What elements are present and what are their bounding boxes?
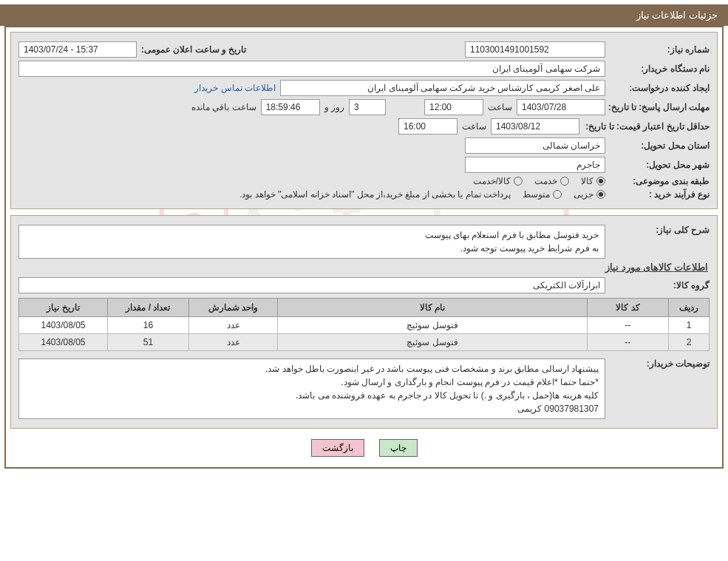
radio-partial[interactable]: جزیی <box>574 189 605 200</box>
label-subject-class: طبقه بندی موضوعی: <box>610 176 710 186</box>
details-panel: شرح کلی نیاز: خرید فتوسل مطابق با فرم اس… <box>10 215 718 429</box>
buyer-notes-line-2: *حتما حتما *اعلام قیمت در فرم پیوست انجا… <box>25 375 599 389</box>
print-button[interactable]: چاپ <box>379 439 418 457</box>
value-province: خراسان شمالی <box>465 137 605 154</box>
value-goods-group: ابزارآلات الکتریکی <box>18 277 605 293</box>
value-reply-time: 12:00 <box>424 99 483 115</box>
buyer-notes-line-1: پیشنهاد ارسالی مطابق برند و مشخصات فنی پ… <box>25 362 599 375</box>
cell-date: 1403/08/05 <box>19 317 108 334</box>
label-general-desc: شرح کلی نیاز: <box>610 225 710 235</box>
value-price-time: 16:00 <box>398 118 457 135</box>
radio-goods-service[interactable]: کالا/خدمت <box>473 176 523 186</box>
value-need-no: 1103001491001592 <box>465 41 605 58</box>
value-days: 3 <box>349 99 386 115</box>
label-need-no: شماره نیاز: <box>610 44 710 55</box>
th-name: نام کالا <box>278 299 588 317</box>
radio-medium-label: متوسط <box>523 189 550 200</box>
value-announce: 1403/07/24 - 15:37 <box>18 41 137 58</box>
radio-goods-service-label: کالا/خدمت <box>473 176 511 186</box>
cell-name: فتوسل سوئیچ <box>278 334 588 351</box>
value-buyer-notes: پیشنهاد ارسالی مطابق برند و مشخصات فنی پ… <box>18 358 605 419</box>
cell-date: 1403/08/05 <box>19 334 108 351</box>
label-requester: ایجاد کننده درخواست: <box>610 83 710 93</box>
label-reply-deadline: مهلت ارسال پاسخ: تا تاریخ: <box>610 102 710 112</box>
cell-unit: عدد <box>189 334 278 351</box>
label-goods-group: گروه کالا: <box>610 280 710 290</box>
label-days-and: روز و <box>324 102 344 112</box>
th-unit: واحد شمارش <box>189 299 278 317</box>
label-buyer-org: نام دستگاه خریدار: <box>610 64 710 74</box>
cell-unit: عدد <box>189 317 278 334</box>
main-container: شماره نیاز: 1103001491001592 تاریخ و ساع… <box>4 26 724 469</box>
label-hour-1: ساعت <box>488 102 512 112</box>
title-bar: جزئیات اطلاعات نیاز <box>0 4 728 26</box>
cell-qty: 51 <box>108 334 189 351</box>
radio-goods-label: کالا <box>581 176 593 186</box>
label-price-validity: حداقل تاریخ اعتبار قیمت: تا تاریخ: <box>584 121 710 132</box>
table-row: 2 -- فتوسل سوئیچ عدد 51 1403/08/05 <box>19 334 710 351</box>
th-code: کد کالا <box>588 299 669 317</box>
label-hour-2: ساعت <box>462 121 486 132</box>
value-buyer-org: شرکت سهامی آلومینای ایران <box>18 61 605 77</box>
cell-idx: 1 <box>669 317 710 334</box>
cell-code: -- <box>588 317 669 334</box>
buyer-notes-line-4: 09037981307 کریمی <box>25 402 599 415</box>
value-price-date: 1403/08/12 <box>491 118 579 135</box>
value-requester: علی اصغر کریمی کارشناس خرید شرکت سهامی آ… <box>280 80 605 96</box>
cell-qty: 16 <box>108 317 189 334</box>
payment-note: پرداخت تمام یا بخشی از مبلغ خرید،از محل … <box>239 189 511 200</box>
label-city: شهر محل تحویل: <box>610 160 710 170</box>
back-button[interactable]: بازگشت <box>311 439 364 457</box>
value-city: جاجرم <box>465 157 605 173</box>
label-province: استان محل تحویل: <box>610 140 710 151</box>
label-buyer-notes: توضیحات خریدار: <box>610 358 710 369</box>
radio-partial-label: جزیی <box>574 189 593 200</box>
radio-medium[interactable]: متوسط <box>523 189 562 200</box>
label-purchase-type: نوع فرآیند خرید : <box>610 189 710 200</box>
cell-code: -- <box>588 334 669 351</box>
cell-name: فتوسل سوئیچ <box>278 317 588 334</box>
value-reply-date: 1403/07/28 <box>517 99 605 115</box>
radio-service-label: خدمت <box>534 176 557 186</box>
table-row: 1 -- فتوسل سوئیچ عدد 16 1403/08/05 <box>19 317 710 334</box>
radio-service[interactable]: خدمت <box>534 176 569 186</box>
header-panel: شماره نیاز: 1103001491001592 تاریخ و ساع… <box>10 32 718 209</box>
value-general-desc: خرید فتوسل مطابق با فرم استعلام بهای پیو… <box>18 225 605 259</box>
cell-idx: 2 <box>669 334 710 351</box>
general-desc-line-2: به فرم شرایط خرید پیوست توجه شود. <box>25 242 599 255</box>
general-desc-line-1: خرید فتوسل مطابق با فرم استعلام بهای پیو… <box>25 228 599 242</box>
label-announce: تاریخ و ساعت اعلان عمومی: <box>141 44 246 55</box>
th-row: ردیف <box>669 299 710 317</box>
th-date: تاریخ نیاز <box>19 299 108 317</box>
buyer-notes-line-3: کلیه هزینه ها(حمل ، بارگیری و .) تا تحوی… <box>25 389 599 402</box>
value-remaining: 18:59:46 <box>261 99 320 115</box>
link-buyer-contact[interactable]: اطلاعات تماس خریدار <box>194 83 276 93</box>
items-table: ردیف کد کالا نام کالا واحد شمارش تعداد /… <box>18 298 710 351</box>
radio-goods[interactable]: کالا <box>581 176 605 186</box>
items-heading: اطلاعات کالاهای مورد نیاز <box>20 262 708 273</box>
th-qty: تعداد / مقدار <box>108 299 189 317</box>
label-time-left: ساعت باقي مانده <box>191 102 256 112</box>
